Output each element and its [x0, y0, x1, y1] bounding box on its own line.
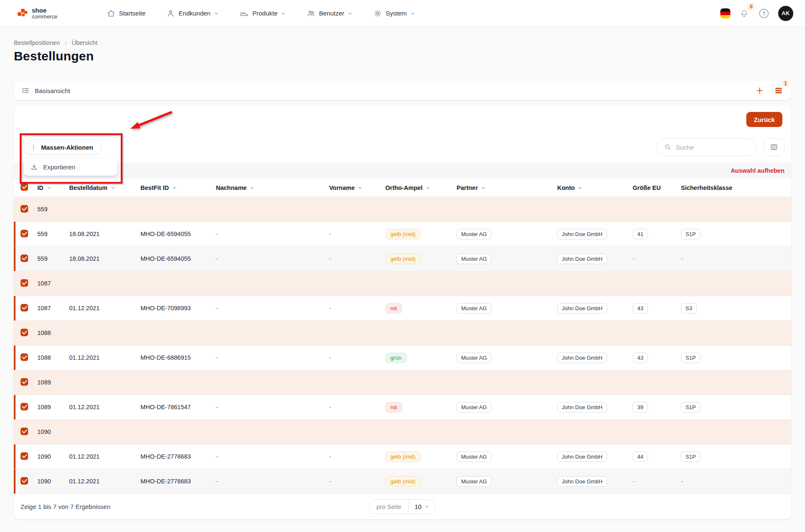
per-page-value[interactable]: 10: [409, 503, 436, 510]
column-header-id[interactable]: ID: [37, 184, 69, 191]
breadcrumb-item-uebersicht[interactable]: Übersicht: [72, 39, 97, 46]
nav-item-produkte[interactable]: Produkte: [240, 9, 286, 18]
language-flag-german[interactable]: [720, 8, 730, 18]
column-header-konto[interactable]: Konto: [557, 184, 633, 191]
selection-bar: Auswahl aufheben: [14, 163, 791, 179]
search-box[interactable]: [657, 138, 757, 156]
column-header-ortho-ampel[interactable]: Ortho-Ampel: [385, 184, 457, 191]
cell-konto: John Doe GmbH: [557, 303, 633, 314]
order-row[interactable]: 108701.12.2021MHO-DE-7098993--rotMuster …: [14, 296, 791, 321]
order-row[interactable]: 108801.12.2021MHO-DE-6886915--grünMuster…: [14, 345, 791, 370]
cell-vorname: -: [329, 231, 385, 237]
cell-id: 559: [37, 231, 69, 237]
order-row[interactable]: 109001.12.2021MHO-DE-2778683--gelb (mid)…: [14, 444, 791, 469]
cell-sicherheitsklasse: S1P: [681, 452, 784, 462]
cell-konto: John Doe GmbH: [557, 353, 633, 363]
sicherheitsklasse-badge: S1P: [681, 229, 701, 239]
row-checkbox[interactable]: [21, 329, 28, 336]
sicherheitsklasse-badge: S1P: [681, 353, 701, 363]
group-row[interactable]: 1089: [14, 370, 791, 395]
group-row[interactable]: 1088: [14, 321, 791, 345]
column-label: Nachname: [216, 184, 247, 191]
order-row[interactable]: 55918.08.2021MHO-DE-6594055--gelb (mid)M…: [14, 247, 791, 271]
cell-groesse-eu: 43: [633, 353, 681, 363]
cell-id: 1089: [37, 404, 69, 410]
cell-id: 1088: [37, 330, 69, 336]
select-all-checkbox[interactable]: [21, 183, 28, 191]
orders-card: Zurück Massen-Aktionen: [14, 106, 791, 519]
columns-settings-button[interactable]: [763, 138, 784, 156]
download-icon: [30, 163, 38, 171]
search-input[interactable]: [676, 144, 743, 151]
nav-item-benutzer[interactable]: Benutzer: [307, 9, 353, 18]
group-row[interactable]: 1090: [14, 420, 791, 444]
clear-selection-link[interactable]: Auswahl aufheben: [731, 167, 784, 174]
cell-nachname: -: [216, 255, 329, 262]
results-text: Zeige 1 bis 7 von 7 Ergebnissen: [21, 503, 110, 510]
cell-bestelldatum: 01.12.2021: [69, 404, 140, 410]
help-button[interactable]: ?: [758, 8, 770, 19]
sort-chevron-icon: [426, 185, 431, 190]
chevron-down-icon: [424, 504, 429, 509]
cell-sicherheitsklasse: S3: [681, 303, 784, 314]
cell-groesse-eu: 39: [633, 402, 681, 413]
nav-item-system[interactable]: System: [374, 9, 415, 18]
cell-id: 559: [37, 255, 69, 262]
row-checkbox[interactable]: [21, 477, 28, 485]
notifications-button[interactable]: 0: [739, 7, 750, 20]
cell-id: 559: [37, 206, 69, 213]
group-row[interactable]: 1087: [14, 271, 791, 296]
cell-vorname: -: [329, 453, 385, 460]
row-checkbox[interactable]: [21, 403, 28, 410]
saved-views-button[interactable]: 1: [774, 86, 784, 96]
order-row[interactable]: 109001.12.2021MHO-DE-2778683--gelb (mid)…: [14, 469, 791, 494]
row-checkbox[interactable]: [21, 230, 28, 237]
cell-id: 1087: [37, 280, 69, 287]
breadcrumb-item-bestellpositionen[interactable]: Bestellpositionen: [14, 39, 60, 46]
notification-count-badge: 0: [747, 3, 756, 10]
nav-item-endkunden[interactable]: Endkunden: [166, 9, 219, 18]
row-checkbox[interactable]: [21, 205, 28, 213]
column-header-bestelldatum[interactable]: Bestelldatum: [69, 184, 140, 191]
partner-badge: Muster AG: [457, 476, 491, 487]
ortho-ampel-badge: grün: [385, 353, 407, 363]
cell-bestelldatum: 01.12.2021: [69, 453, 140, 460]
column-header-vorname[interactable]: Vorname: [329, 184, 385, 191]
export-menu-item[interactable]: Exportieren: [23, 158, 117, 176]
current-view-label[interactable]: Basisansicht: [35, 87, 70, 94]
add-view-button[interactable]: [755, 86, 764, 95]
order-row[interactable]: 108901.12.2021MHO-DE-7861547--rotMuster …: [14, 395, 791, 420]
order-row[interactable]: 55918.08.2021MHO-DE-6594055--gelb (mid)M…: [14, 222, 791, 247]
konto-badge: John Doe GmbH: [557, 353, 607, 363]
row-checkbox[interactable]: [21, 353, 28, 361]
cell-sicherheitsklasse: -: [681, 255, 784, 262]
row-checkbox[interactable]: [21, 304, 28, 311]
column-header-partner[interactable]: Partner: [457, 184, 557, 191]
group-row[interactable]: 559: [14, 197, 791, 222]
bulk-actions-button[interactable]: Massen-Aktionen: [24, 140, 102, 155]
row-checkbox[interactable]: [21, 452, 28, 460]
cell-groesse-eu: -: [633, 255, 681, 262]
row-checkbox[interactable]: [21, 279, 28, 287]
cell-konto: John Doe GmbH: [557, 254, 633, 264]
nav-item-startseite[interactable]: Startseite: [107, 9, 145, 18]
row-checkbox[interactable]: [21, 378, 28, 386]
avatar[interactable]: AK: [778, 6, 793, 21]
svg-text:?: ?: [762, 10, 766, 17]
column-header-nachname[interactable]: Nachname: [216, 184, 329, 191]
list-view-icon: [21, 86, 30, 95]
column-header-bestfit-id[interactable]: BestFit ID: [140, 184, 216, 191]
ortho-ampel-badge: rot: [385, 303, 402, 314]
cell-partner: Muster AG: [457, 254, 557, 264]
cell-partner: Muster AG: [457, 476, 557, 487]
back-button[interactable]: Zurück: [746, 112, 782, 127]
per-page-select[interactable]: pro Seite 10: [369, 499, 436, 514]
brand-logo[interactable]: shoe commerce: [17, 7, 57, 19]
column-label: Konto: [557, 184, 575, 191]
row-checkbox[interactable]: [21, 428, 28, 435]
cell-ortho-ampel: rot: [385, 303, 457, 314]
cell-bestelldatum: 01.12.2021: [69, 305, 140, 311]
sicherheitsklasse-badge: S1P: [681, 402, 701, 413]
cell-id: 1090: [37, 428, 69, 435]
row-checkbox[interactable]: [21, 254, 28, 262]
